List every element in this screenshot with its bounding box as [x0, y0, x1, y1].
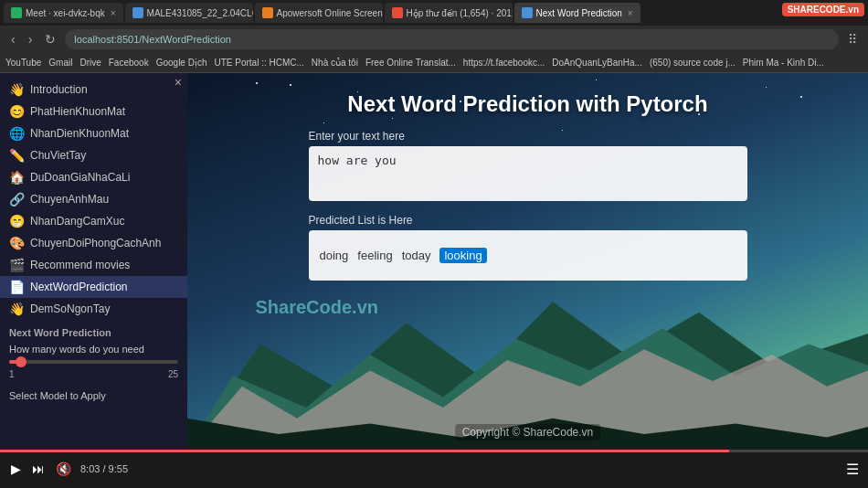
- chuyendoi-emoji: 🎨: [9, 236, 25, 250]
- sidebar-item-recommend[interactable]: 🎬 Recommend movies: [0, 254, 187, 276]
- sidebar-close-button[interactable]: ×: [175, 75, 182, 90]
- slider-track[interactable]: [9, 360, 178, 364]
- extensions-button[interactable]: ⠿: [844, 30, 861, 48]
- sidebar: × 👋 Introduction 😊 PhatHienKhuonMat 🌐 Nh…: [0, 73, 187, 450]
- bookmark-gmail[interactable]: Gmail: [48, 58, 72, 68]
- tab-close-nextword[interactable]: ×: [628, 8, 633, 18]
- output-label: Predicted List is Here: [309, 214, 747, 227]
- sidebar-item-nhandang[interactable]: 😁 NhanDangCamXuc: [0, 210, 187, 232]
- sidebar-item-chuviet[interactable]: ✏️ ChuVietTay: [0, 144, 187, 166]
- logo-badge: SHARECODE.vn: [782, 3, 864, 16]
- sidebar-label-chuyendoi: ChuyenDoiPhongCachAnh: [30, 237, 161, 249]
- watermark: ShareCode.vn: [256, 297, 378, 318]
- page-title: Next Word Prediction with Pytorch: [309, 91, 747, 117]
- sidebar-label-chuyen: ChuyenAnhMau: [30, 193, 109, 206]
- bookmark-doanquan-label: DoAnQuanLyBanHa...: [552, 58, 642, 68]
- slider-label: How many words do you need: [9, 344, 178, 355]
- sidebar-item-demso[interactable]: 👋 DemSoNgonTay: [0, 298, 187, 320]
- sidebar-label-nhandien: NhanDienKhuonMat: [30, 127, 129, 140]
- predicted-word-doing: doing: [320, 249, 349, 262]
- tab-email[interactable]: Hộp thư đến (1,654) · 20110560...: [385, 3, 513, 23]
- sidebar-label-dudoan: DuDoanGiaNhaCaLi: [30, 171, 130, 184]
- nhandang-emoji: 😁: [9, 214, 25, 228]
- text-input[interactable]: [309, 146, 747, 201]
- tab-bar: Meet · xei-dvkz-bqk × MALE431085_22_2.04…: [0, 0, 868, 26]
- bookmark-translate[interactable]: Free Online Translat...: [365, 58, 456, 68]
- star: [256, 82, 258, 84]
- chuviet-emoji: ✏️: [9, 148, 25, 163]
- bookmark-ute[interactable]: UTE Portal :: HCMC...: [215, 58, 304, 68]
- star: [800, 96, 802, 98]
- progress-bar-container[interactable]: [0, 450, 868, 452]
- bookmark-facebook-label: Facebook: [109, 58, 149, 68]
- copyright-text: Copyright © ShareCode.vn: [455, 424, 601, 440]
- tab-nextword[interactable]: Next Word Prediction ×: [514, 3, 640, 23]
- tab-favicon-email: [392, 7, 403, 18]
- tab-favicon-meet: [11, 7, 22, 18]
- sidebar-item-dudoan[interactable]: 🏠 DuDoanGiaNhaCaLi: [0, 166, 187, 188]
- sidebar-item-nextword[interactable]: 📄 NextWordPrediction: [0, 276, 187, 298]
- slider-max: 25: [168, 369, 178, 379]
- bookmark-home-label: Nhà của tôi: [312, 58, 358, 68]
- prediction-form: Next Word Prediction with Pytorch Enter …: [309, 91, 747, 281]
- play-button[interactable]: ▶: [9, 460, 23, 478]
- sidebar-item-introduction[interactable]: 👋 Introduction: [0, 79, 187, 101]
- address-text: localhost:8501/NextWordPrediction: [74, 34, 231, 45]
- forward-button[interactable]: ›: [25, 30, 37, 48]
- bookmark-doanquan[interactable]: DoAnQuanLyBanHa...: [552, 58, 642, 68]
- tab-apowersoft[interactable]: Apowersoft Online Screen R...: [255, 3, 383, 23]
- sidebar-item-chuyendoi[interactable]: 🎨 ChuyenDoiPhongCachAnh: [0, 232, 187, 254]
- bookmark-home[interactable]: Nhà của tôi: [312, 58, 358, 68]
- sidebar-item-phathien[interactable]: 😊 PhatHienKhuonMat: [0, 101, 187, 122]
- star: [596, 80, 597, 80]
- bookmark-googledich[interactable]: Google Dịch: [156, 58, 207, 68]
- time-total: 9:55: [109, 463, 128, 474]
- select-model-section: Select Model to Apply: [0, 383, 187, 405]
- slider-section: How many words do you need 1 25: [0, 340, 187, 383]
- reload-button[interactable]: ↻: [41, 30, 59, 48]
- input-label: Enter your text here: [309, 130, 747, 143]
- time-current: 8:03: [80, 463, 100, 474]
- tab-favicon-nextword: [522, 7, 533, 18]
- bookmark-youtube[interactable]: YouTube: [5, 58, 41, 68]
- video-toolbar: ▶ ⏭ 🔇 8:03 / 9:55 ☰: [0, 450, 868, 488]
- bookmark-facebook[interactable]: Facebook: [109, 58, 149, 68]
- bookmark-source[interactable]: (650) source code j...: [650, 58, 736, 68]
- sidebar-item-chuyen[interactable]: 🔗 ChuyenAnhMau: [0, 188, 187, 210]
- bookmark-youtube-label: YouTube: [5, 58, 41, 68]
- content-area: ShareCode.vn Copyright © ShareCode.vn Ne…: [187, 73, 868, 450]
- tab-meet[interactable]: Meet · xei-dvkz-bqk ×: [4, 3, 123, 23]
- bookmark-drive-label: Drive: [79, 58, 101, 68]
- main-area: × 👋 Introduction 😊 PhatHienKhuonMat 🌐 Nh…: [0, 73, 868, 450]
- time-display: 8:03 / 9:55: [80, 463, 128, 474]
- sidebar-label-introduction: Introduction: [30, 83, 88, 96]
- tab-label-apower: Apowersoft Online Screen R...: [277, 8, 383, 18]
- predicted-word-today: today: [402, 249, 431, 262]
- sidebar-label-chuviet: ChuVietTay: [30, 149, 86, 162]
- predicted-word-looking: looking: [439, 248, 486, 263]
- bookmark-fb2[interactable]: https://t.facebookc...: [463, 58, 545, 68]
- predicted-word-feeling: feeling: [357, 249, 392, 262]
- bookmark-translate-label: Free Online Translat...: [365, 58, 456, 68]
- bookmark-drive[interactable]: Drive: [79, 58, 101, 68]
- back-button[interactable]: ‹: [7, 30, 19, 48]
- address-bar[interactable]: localhost:8501/NextWordPrediction: [65, 29, 839, 49]
- sidebar-label-phathien: PhatHienKhuonMat: [30, 105, 125, 118]
- tab-close-meet[interactable]: ×: [111, 8, 116, 18]
- skip-button[interactable]: ⏭: [30, 460, 47, 478]
- address-bar-row: ‹ › ↻ localhost:8501/NextWordPrediction …: [0, 26, 868, 53]
- chuyen-emoji: 🔗: [9, 192, 25, 207]
- phathien-emoji: 😊: [9, 104, 25, 119]
- nextword-emoji: 📄: [9, 280, 25, 294]
- slider-min: 1: [9, 369, 15, 379]
- tab-male[interactable]: MALE431085_22_2.04CLC: Nóp...: [125, 3, 253, 23]
- bookmark-phimma[interactable]: Phim Ma - Kinh Di...: [743, 58, 824, 68]
- browser-chrome: Meet · xei-dvkz-bqk × MALE431085_22_2.04…: [0, 0, 868, 73]
- sidebar-item-nhandien[interactable]: 🌐 NhanDienKhuonMat: [0, 122, 187, 144]
- menu-button[interactable]: ☰: [846, 461, 859, 478]
- tab-favicon-male: [132, 7, 143, 18]
- mute-button[interactable]: 🔇: [54, 460, 73, 478]
- logo-text: SHARECODE.vn: [788, 5, 859, 15]
- tab-label-email: Hộp thư đến (1,654) · 20110560...: [407, 8, 513, 18]
- slider-thumb[interactable]: [16, 356, 26, 367]
